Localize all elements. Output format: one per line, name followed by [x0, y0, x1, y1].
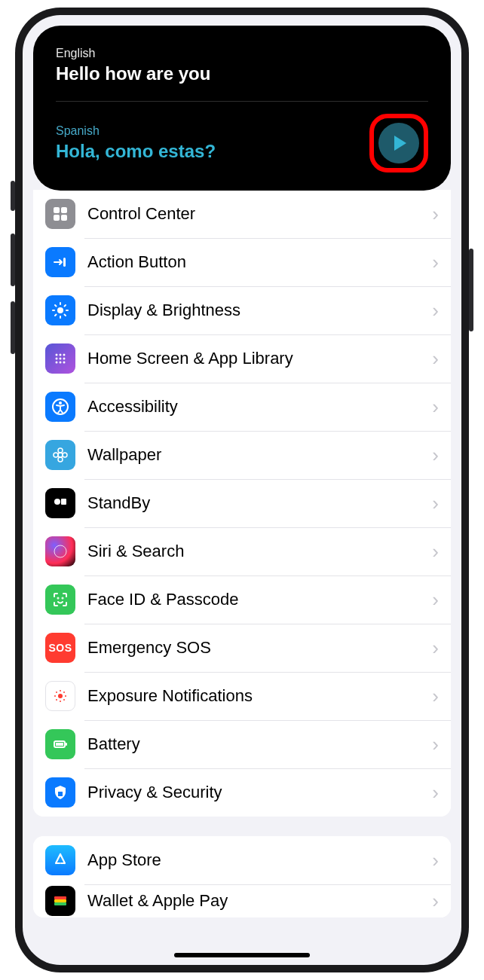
- row-label: Display & Brightness: [87, 301, 432, 320]
- svg-point-29: [63, 453, 67, 457]
- svg-point-32: [54, 545, 66, 557]
- phone-screen: English Hello how are you Spanish Hola, …: [23, 15, 461, 965]
- chevron-right-icon: ›: [432, 733, 439, 756]
- row-standby[interactable]: StandBy ›: [33, 479, 451, 527]
- svg-line-12: [55, 315, 57, 316]
- svg-rect-46: [56, 743, 63, 746]
- svg-rect-0: [54, 207, 60, 213]
- siri-translation-card: English Hello how are you Spanish Hola, …: [33, 26, 451, 191]
- svg-rect-45: [66, 743, 67, 746]
- svg-point-37: [60, 701, 61, 702]
- svg-point-22: [63, 362, 66, 364]
- action-button-icon: [45, 247, 75, 277]
- settings-list[interactable]: Control Center › Action Button › Display…: [23, 190, 461, 965]
- svg-point-18: [60, 358, 62, 360]
- row-wallpaper[interactable]: Wallpaper ›: [33, 431, 451, 479]
- chevron-right-icon: ›: [432, 492, 439, 515]
- row-label: Exposure Notifications: [87, 686, 432, 706]
- row-label: Face ID & Passcode: [87, 590, 432, 609]
- chevron-right-icon: ›: [432, 588, 439, 612]
- row-label: Accessibility: [87, 397, 432, 417]
- chevron-right-icon: ›: [432, 395, 439, 419]
- row-accessibility[interactable]: Accessibility ›: [33, 383, 451, 431]
- chevron-right-icon: ›: [432, 203, 439, 226]
- row-label: Battery: [87, 734, 432, 754]
- svg-rect-3: [61, 215, 67, 221]
- chevron-right-icon: ›: [432, 637, 439, 660]
- svg-point-20: [56, 362, 58, 364]
- chevron-right-icon: ›: [432, 890, 439, 913]
- row-display-brightness[interactable]: Display & Brightness ›: [33, 286, 451, 334]
- chevron-right-icon: ›: [432, 685, 439, 708]
- row-label: StandBy: [87, 493, 432, 513]
- svg-point-14: [56, 354, 58, 356]
- svg-point-27: [58, 457, 63, 462]
- svg-point-34: [63, 598, 63, 599]
- row-privacy-security[interactable]: Privacy & Security ›: [33, 768, 451, 817]
- svg-line-13: [65, 305, 66, 307]
- svg-point-36: [60, 690, 61, 691]
- target-language-label: Spanish: [56, 124, 360, 138]
- svg-point-40: [56, 691, 57, 693]
- settings-group-general: Control Center › Action Button › Display…: [33, 190, 451, 817]
- play-translation-button[interactable]: [378, 123, 419, 163]
- battery-icon: [45, 729, 75, 759]
- face-id-icon: [45, 585, 75, 615]
- standby-icon: [45, 488, 75, 518]
- row-label: Emergency SOS: [87, 638, 432, 658]
- source-language-label: English: [56, 47, 428, 60]
- row-emergency-sos[interactable]: SOS Emergency SOS ›: [33, 624, 451, 672]
- row-exposure-notifications[interactable]: Exposure Notifications ›: [33, 672, 451, 720]
- svg-line-11: [65, 315, 66, 316]
- row-app-store[interactable]: App Store ›: [33, 836, 451, 884]
- svg-rect-48: [54, 899, 66, 902]
- sos-icon: SOS: [45, 633, 75, 663]
- row-label: Home Screen & App Library: [87, 349, 432, 368]
- row-wallet[interactable]: Wallet & Apple Pay ›: [33, 884, 451, 917]
- svg-point-38: [54, 695, 56, 697]
- svg-point-5: [57, 307, 63, 313]
- svg-point-42: [56, 699, 57, 701]
- svg-rect-31: [61, 499, 66, 505]
- svg-point-15: [60, 354, 62, 356]
- exposure-icon: [45, 681, 75, 711]
- row-label: Siri & Search: [87, 542, 432, 561]
- chevron-right-icon: ›: [432, 251, 439, 274]
- wallpaper-icon: [45, 440, 75, 470]
- target-text: Hola, como estas?: [56, 141, 360, 162]
- control-center-icon: [45, 199, 75, 229]
- svg-rect-2: [54, 215, 60, 221]
- row-control-center[interactable]: Control Center ›: [33, 190, 451, 238]
- row-label: Control Center: [87, 204, 432, 224]
- chevron-right-icon: ›: [432, 849, 439, 872]
- svg-rect-49: [54, 902, 66, 905]
- row-label: Privacy & Security: [87, 783, 432, 802]
- phone-frame: English Hello how are you Spanish Hola, …: [15, 8, 469, 972]
- row-label: Wallpaper: [87, 445, 432, 465]
- row-battery[interactable]: Battery ›: [33, 720, 451, 768]
- svg-point-25: [58, 453, 63, 457]
- row-label: Wallet & Apple Pay: [87, 891, 432, 911]
- home-indicator[interactable]: [174, 953, 310, 957]
- row-action-button[interactable]: Action Button ›: [33, 238, 451, 286]
- svg-point-21: [60, 362, 62, 364]
- svg-point-19: [63, 358, 66, 360]
- chevron-right-icon: ›: [432, 444, 439, 467]
- svg-rect-4: [63, 258, 66, 267]
- svg-point-28: [54, 453, 58, 457]
- svg-line-10: [55, 305, 57, 307]
- chevron-right-icon: ›: [432, 540, 439, 563]
- siri-icon: [45, 536, 75, 566]
- svg-point-30: [54, 499, 60, 505]
- svg-point-17: [56, 358, 58, 360]
- app-store-icon: [45, 845, 75, 875]
- row-siri-search[interactable]: Siri & Search ›: [33, 527, 451, 575]
- row-label: App Store: [87, 850, 432, 870]
- chevron-right-icon: ›: [432, 781, 439, 804]
- svg-point-41: [63, 691, 65, 693]
- svg-point-26: [58, 448, 63, 453]
- siri-divider: [56, 101, 428, 102]
- row-home-screen[interactable]: Home Screen & App Library ›: [33, 334, 451, 383]
- row-face-id[interactable]: Face ID & Passcode ›: [33, 575, 451, 624]
- chevron-right-icon: ›: [432, 299, 439, 322]
